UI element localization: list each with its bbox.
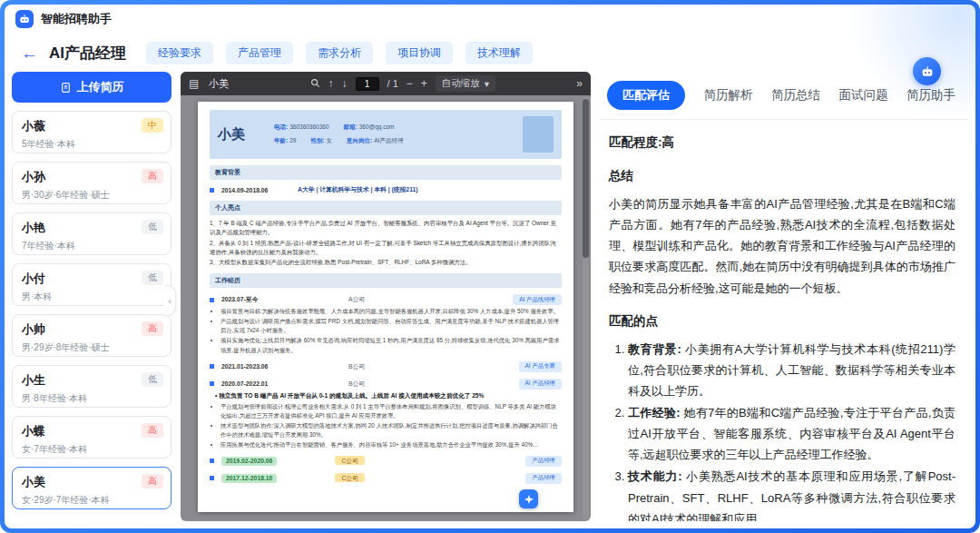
pdf-toolbar: ▤ 小美 ↑ ↓ / 1 − + 自动缩放 xyxy=(181,72,591,95)
email-value: 360@qq.com xyxy=(359,123,395,130)
candidate-name: 小付 xyxy=(22,271,162,287)
job-company: C公司 xyxy=(335,456,365,465)
job-date: 2019.02-2020.06 xyxy=(221,457,277,466)
candidate-card[interactable]: 小付 男·本科 低 xyxy=(12,263,172,306)
highlight-item: 2、具备从 0 到 1 经历,熟悉产品-设计-研发全链路工作,对 UI 有一定了… xyxy=(210,239,562,258)
candidate-meta: 男·30岁·6年经验·硕士 xyxy=(22,189,162,202)
match-point-lead: 技术能力: xyxy=(628,469,682,483)
job-bullet: 技术选型与团队协作:深入调研大模型的落地技术方案,协同 20 人技术团队,制定并… xyxy=(220,421,562,439)
analysis-panel: 匹配评估 简历解析 简历总结 面试问题 简历助手 匹配程度:高 总结 小美的简历… xyxy=(600,72,968,521)
job-bullet: 项目背景与目标:为解决传统客服效率瓶颈、人力成本高的问题,主导智能客服机器人开发… xyxy=(220,307,562,316)
candidate-card[interactable]: 小生 男·8年经验·本科 低 xyxy=(12,365,172,408)
candidate-meta: 女·7年经验·本科 xyxy=(22,443,162,456)
tab-resume-summary[interactable]: 简历总结 xyxy=(771,87,820,104)
job-lead-achievement: 独立负责 TO B 端产品 AI 开放平台从 0-1 的规划及上线。上线后 AI… xyxy=(215,392,562,400)
candidate-meta: 7年经验·本科 xyxy=(22,240,162,252)
match-badge: 中 xyxy=(142,118,163,133)
match-badge: 高 xyxy=(142,423,163,438)
back-button[interactable]: ← xyxy=(21,44,38,62)
page-count-label: / 1 xyxy=(387,78,398,89)
summary-text: 小美的简历显示她具备丰富的AI产品管理经验,尤其是在B端和C端产品方面。她有7年… xyxy=(609,193,956,299)
summary-title: 总结 xyxy=(609,165,956,187)
age-label: 年龄: xyxy=(274,137,288,143)
job-role: AI 产品线经理 xyxy=(513,294,562,305)
tab-resume-parse[interactable]: 简历解析 xyxy=(704,87,753,104)
job-bullet: 平台规划与管理前期设计:梳理公司业务相关需求,从 0 到 1 主导平台整体布局和… xyxy=(220,402,562,420)
zoom-mode-select[interactable]: 自动缩放 ▾ xyxy=(436,75,495,92)
search-icon[interactable] xyxy=(310,78,320,90)
requirement-tags: 经验要求 产品管理 需求分析 项目协调 技术理解 xyxy=(146,42,533,64)
job-role: 产品经理 xyxy=(525,473,562,484)
match-points-list: 教育背景: 小美拥有A大学计算机科学与技术本科(统招211)学位,符合职位要求的… xyxy=(609,339,956,521)
zoom-out-icon[interactable]: − xyxy=(407,78,413,89)
tab-interview-questions[interactable]: 面试问题 xyxy=(839,87,888,104)
candidate-card[interactable]: 小孙 男·30岁·6年经验·硕士 高 xyxy=(12,162,172,204)
upload-resume-icon xyxy=(60,82,72,94)
email-label: 邮箱: xyxy=(344,123,358,130)
job-entry: 2023.07-至今 A公司 AI 产品线经理 xyxy=(210,294,562,305)
job-date: 2017.12-2018.10 xyxy=(221,474,277,483)
page-header: ← AI产品经理 经验要求 产品管理 需求分析 项目协调 技术理解 xyxy=(5,34,975,72)
phone-value: 360360360360 xyxy=(289,123,328,130)
page-number-input[interactable] xyxy=(356,77,379,91)
page-down-icon[interactable]: ↓ xyxy=(342,78,348,89)
job-entry: 2017.12-2018.10 C公司 产品经理 xyxy=(210,473,562,484)
education-date: 2014.09-2018.06 xyxy=(221,187,290,193)
viewer-scrollbar-thumb[interactable] xyxy=(583,99,589,258)
candidate-meta: 男·本科 xyxy=(22,291,162,303)
tab-match-evaluation[interactable]: 匹配评估 xyxy=(607,81,685,110)
zoom-in-icon[interactable]: + xyxy=(421,78,427,89)
app-surface: 智能招聘助手 ← AI产品经理 经验要求 产品管理 需求分析 项目协调 技术理解 xyxy=(5,5,975,528)
work-section-title: 工作经历 xyxy=(210,273,562,288)
tag-tech-understanding[interactable]: 技术理解 xyxy=(466,42,533,64)
candidate-meta: 5年经验·本科 xyxy=(22,138,162,151)
candidate-sidebar: 上传简历 小薇 5年经验·本科 中 小孙 男·30岁·6年经验·硕士 高 小艳 … xyxy=(12,72,172,521)
candidate-name: 小美 xyxy=(22,474,162,490)
viewer-ai-action-icon[interactable] xyxy=(519,489,538,508)
match-point: 教育背景: 小美拥有A大学计算机科学与技术本科(统招211)学位,符合职位要求的… xyxy=(628,339,956,401)
resume-name: 小美 xyxy=(218,126,265,143)
candidate-card[interactable]: 小薇 5年经验·本科 中 xyxy=(12,111,172,153)
candidate-card[interactable]: 小蝶 女·7年经验·本科 高 xyxy=(12,416,172,459)
job-date: 2023.07-至今 xyxy=(221,295,290,304)
ai-assistant-float-button[interactable] xyxy=(913,57,941,85)
match-badge: 高 xyxy=(142,321,163,336)
tag-product-management[interactable]: 产品管理 xyxy=(226,42,293,64)
pdf-canvas[interactable]: 小美 电话:360360360360 邮箱:360@qq.com 年龄:29 性… xyxy=(181,95,591,521)
candidate-meta: 女·29岁·7年经验·本科 xyxy=(22,494,162,507)
page-title: AI产品经理 xyxy=(49,43,126,64)
tag-requirement-analysis[interactable]: 需求分析 xyxy=(306,42,373,64)
match-badge: 高 xyxy=(142,169,163,183)
candidate-card[interactable]: 小艳 7年经验·本科 低 xyxy=(12,212,172,255)
sidebar-collapse-handle[interactable]: ‹ xyxy=(164,285,176,316)
viewer-scrollbar[interactable] xyxy=(583,97,589,519)
resume-page: 小美 电话:360360360360 邮箱:360@qq.com 年龄:29 性… xyxy=(198,102,573,512)
highlight-item: 3、大模型从数据采集到产品化的全流程经验,熟悉 Post-Pretrain、SF… xyxy=(210,258,562,267)
tag-project-coordination[interactable]: 项目协调 xyxy=(386,42,453,64)
match-point: 工作经验: 她有7年的B端和C端产品经验,专注于平台产品,负责过AI开放平台、智… xyxy=(628,402,956,465)
candidate-card-selected[interactable]: 小美 女·29岁·7年经验·本科 高 xyxy=(12,467,172,509)
toolbar-more-icon[interactable]: » xyxy=(576,78,583,89)
document-title: 小美 xyxy=(209,77,229,91)
job-company: A公司 xyxy=(298,295,505,304)
page-up-icon[interactable]: ↑ xyxy=(328,78,334,89)
job-date: 2020.07-2022.01 xyxy=(221,380,290,387)
job-role: AI 产品经理 xyxy=(519,379,562,390)
education-entry: 2014.09-2018.06 A大学 | 计算机科学与技术 | 本科 | (统… xyxy=(210,185,562,194)
candidate-name: 小艳 xyxy=(22,220,162,236)
sidebar-toggle-icon[interactable]: ▤ xyxy=(189,78,199,89)
bullet-square-icon xyxy=(210,298,214,302)
job-role: AI 产品专家 xyxy=(519,361,562,372)
bullet-square-icon xyxy=(210,364,214,369)
app-logo-icon xyxy=(15,10,34,28)
upload-resume-button[interactable]: 上传简历 xyxy=(12,72,172,103)
job-company: C公司 xyxy=(335,473,365,482)
phone-label: 电话: xyxy=(274,123,288,130)
zoom-mode-label: 自动缩放 xyxy=(442,77,480,90)
candidate-meta: 男·8年经验·本科 xyxy=(22,392,162,405)
tag-experience[interactable]: 经验要求 xyxy=(146,42,213,64)
candidate-card[interactable]: 小帅 男·29岁·8年经验·硕士 高 xyxy=(12,314,172,357)
tab-resume-assistant[interactable]: 简历助手 xyxy=(906,87,956,104)
job-company: B公司 xyxy=(298,380,512,389)
candidate-name: 小孙 xyxy=(22,169,162,185)
